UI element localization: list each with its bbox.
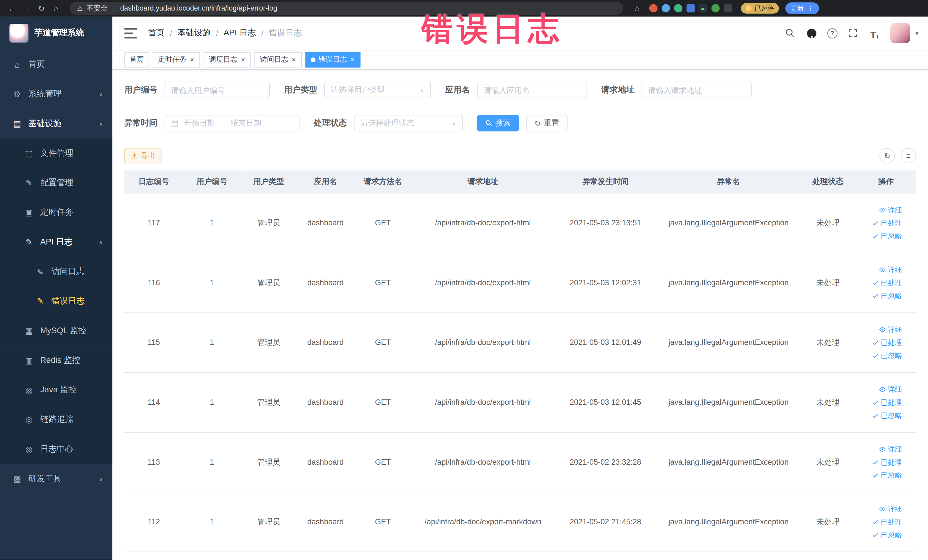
refresh-button[interactable]: ↻ <box>879 148 895 163</box>
action-detail-link[interactable]: 详细 <box>879 444 902 454</box>
action-label: 已忽略 <box>881 470 902 480</box>
sidebar-item-infrastructure[interactable]: ▤基础设施∧ <box>0 109 112 139</box>
cell-app: dashboard <box>297 253 354 313</box>
tab-job-log[interactable]: 调度日志× <box>204 52 251 67</box>
sidebar-item-log-center[interactable]: ▧日志中心 <box>0 435 112 464</box>
action-detail-link[interactable]: 详细 <box>879 324 902 335</box>
address-bar[interactable]: ⚠ 不安全 | dashboard.yudao.iocoder.cn/infra… <box>70 2 623 15</box>
column-header: 日志编号 <box>124 170 183 193</box>
sidebar-item-access-log[interactable]: ✎访问日志 <box>0 257 112 287</box>
sidebar-item-tracing[interactable]: ◎链路追踪 <box>0 405 112 435</box>
sidebar-item-dev-tools[interactable]: ▩研发工具∨ <box>0 464 112 493</box>
github-icon[interactable] <box>805 26 818 40</box>
action-processed-link[interactable]: 已处理 <box>872 457 902 467</box>
breadcrumb: 首页/基础设施/API 日志/错误日志 <box>148 28 302 38</box>
cell-status: 未处理 <box>800 492 856 552</box>
browser-chrome: ← → ↻ ⌂ ⚠ 不安全 | dashboard.yudao.iocoder.… <box>0 0 928 17</box>
user-type-select[interactable]: 请选择用户类型 ∨ <box>324 82 431 98</box>
action-processed-link[interactable]: 已处理 <box>872 277 902 288</box>
app-name-input[interactable] <box>484 85 580 95</box>
forward-button[interactable]: → <box>21 4 32 12</box>
sidebar-item-api-log[interactable]: ✎API 日志∧ <box>0 227 112 257</box>
sidebar-item-label: MySQL 监控 <box>40 325 87 336</box>
user-id-input[interactable] <box>171 85 264 95</box>
extension-vue-icon[interactable] <box>674 4 682 12</box>
cell-time: 2021-05-02 21:45:28 <box>554 492 657 552</box>
action-detail-link[interactable]: 详细 <box>879 264 902 275</box>
sidebar-item-config-mgmt[interactable]: ✎配置管理 <box>0 168 112 198</box>
error-log-icon: ✎ <box>35 296 45 306</box>
sidebar-item-mysql-monitor[interactable]: ▦MySQL 监控 <box>0 316 112 346</box>
search-icon[interactable] <box>784 26 797 40</box>
sidebar-item-scheduled-job[interactable]: ▣定时任务 <box>0 198 112 227</box>
export-button[interactable]: 导出 <box>124 148 162 163</box>
action-processed-link[interactable]: 已处理 <box>872 217 902 228</box>
update-button[interactable]: 更新 ⋮ <box>785 2 819 14</box>
avatar-caret-icon[interactable]: ▾ <box>916 30 918 37</box>
check-icon <box>872 518 879 525</box>
chevron-down-icon: ∨ <box>99 476 103 482</box>
font-size-icon[interactable]: TT <box>868 26 881 40</box>
sidebar-item-system-mgmt[interactable]: ⚙系统管理∨ <box>0 79 112 109</box>
extension-orange-icon[interactable] <box>649 4 658 12</box>
sidebar-toggle-icon[interactable] <box>124 28 137 38</box>
column-header: 用户编号 <box>183 170 240 193</box>
reset-button[interactable]: ↻ 重置 <box>526 115 568 131</box>
bookmark-star-icon[interactable]: ☆ <box>631 4 643 12</box>
breadcrumb-item[interactable]: 基础设施 <box>177 28 211 38</box>
avatar[interactable] <box>890 23 910 43</box>
close-icon[interactable]: × <box>291 56 297 63</box>
sidebar-item-java-monitor[interactable]: ▨Java 监控 <box>0 375 112 405</box>
extension-grid-icon[interactable] <box>687 4 695 12</box>
reload-button[interactable]: ↻ <box>35 4 47 12</box>
exception-time-label: 异常时间 <box>124 118 157 128</box>
warning-icon: ⚠ <box>77 5 83 12</box>
action-ignored-link[interactable]: 已忽略 <box>872 230 902 241</box>
action-processed-link[interactable]: 已处理 <box>872 516 902 527</box>
action-processed-link[interactable]: 已处理 <box>872 397 902 407</box>
extension-dark-icon[interactable] <box>724 4 732 12</box>
breadcrumb-item[interactable]: 首页 <box>148 28 165 38</box>
close-icon[interactable]: × <box>350 56 355 63</box>
help-icon[interactable]: ? <box>827 28 837 38</box>
cell-user-type: 管理员 <box>240 492 297 552</box>
process-status-select[interactable]: 请选择处理状态 ∨ <box>354 115 463 131</box>
browser-home-button[interactable]: ⌂ <box>50 4 62 12</box>
breadcrumb-item[interactable]: API 日志 <box>224 28 256 38</box>
sidebar-item-home[interactable]: ⌂首页 <box>0 50 112 79</box>
fullscreen-icon[interactable] <box>846 26 859 40</box>
column-settings-button[interactable]: ≡ <box>901 148 916 163</box>
breadcrumb-separator: / <box>216 29 218 38</box>
cell-time: 2021-05-03 12:01:45 <box>554 372 657 432</box>
close-icon[interactable]: × <box>189 56 195 63</box>
action-ignored-link[interactable]: 已忽略 <box>872 470 902 480</box>
column-header: 请求方法名 <box>354 170 412 193</box>
sidebar-item-error-log[interactable]: ✎错误日志 <box>0 287 112 316</box>
check-icon <box>872 220 879 226</box>
request-url-input[interactable] <box>648 85 745 95</box>
action-ignored-link[interactable]: 已忽略 <box>872 290 902 301</box>
tab-access-log[interactable]: 访问日志× <box>255 52 302 67</box>
tab-home[interactable]: 首页 <box>124 52 149 67</box>
back-button[interactable]: ← <box>6 4 18 12</box>
sidebar-item-file-mgmt[interactable]: ▢文件管理 <box>0 138 112 168</box>
date-range-picker[interactable]: 开始日期 - 结束日期 <box>165 115 299 131</box>
extension-leaf-icon[interactable] <box>711 4 720 12</box>
sidebar-item-redis-monitor[interactable]: ▥Redis 监控 <box>0 346 112 375</box>
extension-on-icon[interactable]: on <box>699 4 707 12</box>
paused-badge[interactable]: 已暂停 <box>741 3 779 14</box>
action-detail-link[interactable]: 详细 <box>879 384 902 394</box>
action-detail-link[interactable]: 详细 <box>879 204 902 215</box>
search-button[interactable]: 搜索 <box>477 115 519 131</box>
tab-job[interactable]: 定时任务× <box>153 52 200 67</box>
sidebar-item-label: 访问日志 <box>51 267 84 277</box>
extension-blue-icon[interactable] <box>662 4 670 12</box>
action-ignored-link[interactable]: 已忽略 <box>872 350 902 360</box>
action-detail-link[interactable]: 详细 <box>879 503 902 514</box>
logo[interactable]: 芋道管理系统 <box>0 17 112 50</box>
action-ignored-link[interactable]: 已忽略 <box>872 529 902 540</box>
close-icon[interactable]: × <box>240 56 246 63</box>
action-processed-link[interactable]: 已处理 <box>872 337 902 348</box>
tab-error-log[interactable]: 错误日志× <box>305 52 360 67</box>
action-ignored-link[interactable]: 已忽略 <box>872 410 902 421</box>
